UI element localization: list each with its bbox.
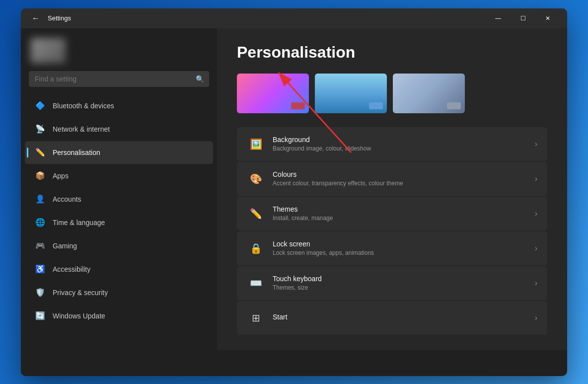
sidebar-item-apps[interactable]: 📦Apps — [25, 164, 213, 187]
settings-item-background[interactable]: 🖼️BackgroundBackground image, colour, sl… — [237, 127, 547, 161]
settings-window: ← Settings — ☐ ✕ 🔍 🔷Bluetooth & devices📡… — [21, 8, 567, 376]
avatar — [31, 38, 66, 63]
start-chevron: › — [535, 313, 537, 322]
start-icon: ⊞ — [247, 309, 265, 327]
lock-screen-icon: 🔒 — [247, 239, 265, 257]
sidebar-item-accounts[interactable]: 👤Accounts — [25, 188, 213, 211]
sidebar-label-gaming: Gaming — [53, 242, 77, 250]
minimize-button[interactable]: — — [487, 10, 510, 26]
sidebar-item-time[interactable]: 🌐Time & language — [25, 211, 213, 234]
window-controls: — ☐ ✕ — [487, 10, 559, 26]
sidebar-label-network: Network & internet — [53, 125, 110, 133]
sidebar: 🔍 🔷Bluetooth & devices📡Network & interne… — [21, 28, 217, 376]
themes-icon: ✏️ — [247, 205, 265, 223]
touch-keyboard-text: Touch keyboardThemes, size — [273, 275, 535, 291]
update-icon: 🔄 — [35, 310, 46, 321]
settings-item-colours[interactable]: 🎨ColoursAccent colour, transparency effe… — [237, 162, 547, 196]
settings-item-start[interactable]: ⊞Start› — [237, 301, 547, 335]
sidebar-item-gaming[interactable]: 🎮Gaming — [25, 234, 213, 257]
search-input[interactable] — [29, 71, 209, 87]
theme-indicator-3 — [447, 102, 461, 109]
time-icon: 🌐 — [35, 217, 46, 228]
personalisation-icon: ✏️ — [35, 147, 46, 158]
search-box: 🔍 — [29, 71, 209, 87]
lock-screen-text: Lock screenLock screen images, apps, ani… — [273, 240, 535, 256]
accounts-icon: 👤 — [35, 194, 46, 205]
content-area: 🔍 🔷Bluetooth & devices📡Network & interne… — [21, 28, 567, 376]
background-text: BackgroundBackground image, colour, slid… — [273, 136, 535, 152]
theme-card-2[interactable] — [315, 74, 387, 113]
touch-keyboard-chevron: › — [535, 279, 537, 288]
sidebar-label-apps: Apps — [53, 172, 69, 180]
title-bar: ← Settings — ☐ ✕ — [21, 8, 567, 28]
sidebar-label-personalisation: Personalisation — [53, 149, 100, 156]
touch-keyboard-icon: ⌨️ — [247, 274, 265, 292]
back-button[interactable]: ← — [29, 11, 43, 25]
touch-keyboard-desc: Themes, size — [273, 284, 535, 291]
page-title: Personalisation — [237, 43, 547, 62]
themes-chevron: › — [535, 209, 537, 218]
sidebar-item-network[interactable]: 📡Network & internet — [25, 118, 213, 141]
colours-title: Colours — [273, 170, 535, 178]
theme-card-3[interactable] — [393, 74, 465, 113]
window-title: Settings — [48, 14, 71, 22]
background-title: Background — [273, 136, 535, 144]
lock-screen-title: Lock screen — [273, 240, 535, 248]
settings-item-lock-screen[interactable]: 🔒Lock screenLock screen images, apps, an… — [237, 231, 547, 265]
apps-icon: 📦 — [35, 170, 46, 181]
sidebar-label-accounts: Accounts — [53, 195, 81, 203]
colours-icon: 🎨 — [247, 170, 265, 188]
background-desc: Background image, colour, slideshow — [273, 145, 535, 152]
settings-item-themes[interactable]: ✏️ThemesInstall, create, manage› — [237, 197, 547, 230]
lock-screen-desc: Lock screen images, apps, animations — [273, 249, 535, 256]
sidebar-item-personalisation[interactable]: ✏️Personalisation — [25, 141, 213, 164]
lock-screen-chevron: › — [535, 244, 537, 253]
sidebar-label-privacy: Privacy & security — [53, 289, 108, 297]
colours-text: ColoursAccent colour, transparency effec… — [273, 170, 535, 187]
background-icon: 🖼️ — [247, 135, 265, 153]
start-title: Start — [273, 313, 535, 321]
sidebar-item-accessibility[interactable]: ♿Accessibility — [25, 258, 213, 281]
main-content: Personalisation 🖼️Background — [217, 28, 567, 350]
sidebar-item-bluetooth[interactable]: 🔷Bluetooth & devices — [25, 94, 213, 117]
sidebar-item-update[interactable]: 🔄Windows Update — [25, 305, 213, 327]
touch-keyboard-title: Touch keyboard — [273, 275, 535, 283]
themes-text: ThemesInstall, create, manage — [273, 205, 535, 222]
main-wrapper: Personalisation 🖼️Background — [217, 28, 567, 376]
accessibility-icon: ♿ — [35, 264, 46, 275]
theme-indicator-1 — [291, 102, 305, 109]
sidebar-label-update: Windows Update — [53, 312, 105, 320]
start-text: Start — [273, 313, 535, 322]
settings-list: 🖼️BackgroundBackground image, colour, sl… — [237, 127, 547, 335]
sidebar-item-privacy[interactable]: 🛡️Privacy & security — [25, 281, 213, 304]
theme-indicator-2 — [369, 102, 383, 109]
title-bar-left: ← Settings — [29, 11, 487, 25]
background-chevron: › — [535, 140, 537, 149]
themes-desc: Install, create, manage — [273, 215, 535, 222]
privacy-icon: 🛡️ — [35, 287, 46, 298]
themes-title: Themes — [273, 205, 535, 213]
sidebar-label-accessibility: Accessibility — [53, 265, 90, 273]
avatar-area — [21, 28, 217, 71]
colours-desc: Accent colour, transparency effects, col… — [273, 180, 535, 187]
sidebar-label-time: Time & language — [53, 219, 105, 227]
theme-card-1[interactable] — [237, 74, 309, 113]
nav-list: 🔷Bluetooth & devices📡Network & internet✏… — [21, 92, 217, 376]
search-icon: 🔍 — [196, 75, 204, 83]
theme-previews — [237, 74, 547, 113]
close-button[interactable]: ✕ — [536, 10, 559, 26]
sidebar-label-bluetooth: Bluetooth & devices — [53, 102, 114, 110]
network-icon: 📡 — [35, 124, 46, 135]
gaming-icon: 🎮 — [35, 240, 46, 251]
bluetooth-icon: 🔷 — [35, 100, 46, 111]
maximize-button[interactable]: ☐ — [512, 10, 534, 26]
colours-chevron: › — [535, 174, 537, 183]
settings-item-touch-keyboard[interactable]: ⌨️Touch keyboardThemes, size› — [237, 266, 547, 300]
